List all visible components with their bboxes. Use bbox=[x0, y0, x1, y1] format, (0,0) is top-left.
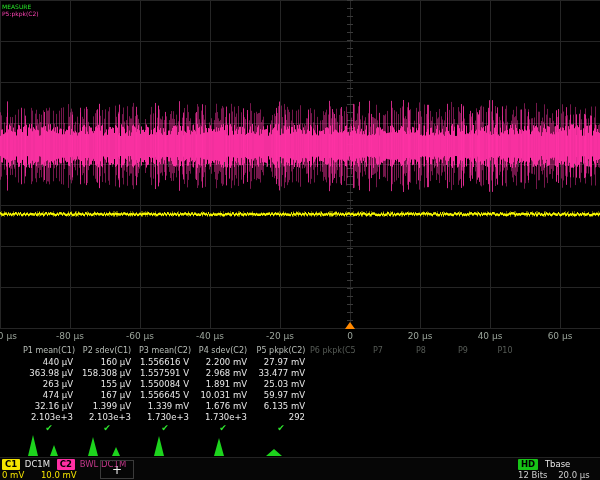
measure-value: 474 µV bbox=[20, 390, 78, 401]
measure-value: 1.339 mV bbox=[136, 401, 194, 412]
time-axis: -100 µs-80 µs-60 µs-40 µs-20 µs020 µs40 … bbox=[0, 330, 600, 344]
c1-coupling: DC1M bbox=[25, 459, 50, 469]
histicon-p5[interactable] bbox=[252, 431, 310, 456]
hd-mode-badge[interactable]: HD bbox=[518, 459, 538, 470]
measure-value: 33.477 mV bbox=[252, 368, 310, 379]
measure-header-10[interactable]: P10 bbox=[484, 345, 526, 357]
measure-row-1: 440 µV160 µV1.556616 V2.200 mV27.97 mV bbox=[0, 357, 600, 368]
measure-value bbox=[310, 357, 356, 368]
measure-value bbox=[356, 379, 400, 390]
measure-row-6: 2.103e+32.103e+31.730e+31.730e+3292 bbox=[0, 412, 600, 423]
c1-scale: 10.0 mV bbox=[41, 470, 77, 480]
measure-value: 155 µV bbox=[78, 379, 136, 390]
time-axis-tick: -60 µs bbox=[126, 331, 154, 341]
histicon-strip bbox=[20, 431, 310, 456]
measure-value: 440 µV bbox=[20, 357, 78, 368]
time-axis-tick: -80 µs bbox=[56, 331, 84, 341]
measure-value: 1.556645 V bbox=[136, 390, 194, 401]
measure-value: 2.103e+3 bbox=[78, 412, 136, 423]
overlay-line-1: MEASURE bbox=[2, 3, 39, 10]
measure-value: 1.676 mV bbox=[194, 401, 252, 412]
timebase-descriptor[interactable]: HD Tbase 12 Bits 20.0 µs bbox=[518, 459, 590, 480]
measure-value: 263 µV bbox=[20, 379, 78, 390]
measure-value bbox=[400, 390, 442, 401]
measure-header-3[interactable]: P3 mean(C2) bbox=[136, 345, 194, 357]
measure-header-5[interactable]: P5 pkpk(C2) bbox=[252, 345, 310, 357]
histicon-p2[interactable] bbox=[78, 431, 136, 456]
measure-value: 1.556616 V bbox=[136, 357, 194, 368]
measure-header-1[interactable]: P1 mean(C1) bbox=[20, 345, 78, 357]
channel-c2-badge[interactable]: C2 bbox=[57, 459, 75, 470]
plus-cursor-icon: + bbox=[112, 463, 122, 477]
measure-value bbox=[484, 357, 526, 368]
measure-row-label bbox=[0, 379, 20, 390]
waveform-grid-canvas[interactable] bbox=[0, 0, 600, 329]
measure-value bbox=[310, 379, 356, 390]
time-axis-tick: -20 µs bbox=[266, 331, 294, 341]
time-axis-tick: 60 µs bbox=[548, 331, 573, 341]
measure-value: 363.98 µV bbox=[20, 368, 78, 379]
measure-header-row: P1 mean(C1)P2 sdev(C1)P3 mean(C2)P4 sdev… bbox=[0, 345, 600, 357]
channel-c1-badge[interactable]: C1 bbox=[2, 459, 20, 470]
measure-value bbox=[310, 412, 356, 423]
histicon-p4[interactable] bbox=[194, 431, 252, 456]
time-axis-tick: 0 bbox=[347, 331, 353, 341]
measure-header-2[interactable]: P2 sdev(C1) bbox=[78, 345, 136, 357]
measure-row-4: 474 µV167 µV1.556645 V10.031 mV59.97 mV bbox=[0, 390, 600, 401]
measure-status-check bbox=[400, 423, 442, 434]
time-axis-tick: 20 µs bbox=[408, 331, 433, 341]
measure-value bbox=[484, 390, 526, 401]
measure-header-6[interactable]: P6 pkpk(C5) bbox=[310, 345, 356, 357]
measure-value: 1.730e+3 bbox=[136, 412, 194, 423]
measure-value: 1.399 µV bbox=[78, 401, 136, 412]
measure-value: 32.16 µV bbox=[20, 401, 78, 412]
measure-value: 6.135 mV bbox=[252, 401, 310, 412]
measure-header-9[interactable]: P9 bbox=[442, 345, 484, 357]
measure-value: 1.550084 V bbox=[136, 379, 194, 390]
measure-header-4[interactable]: P4 sdev(C2) bbox=[194, 345, 252, 357]
measure-value bbox=[400, 368, 442, 379]
measure-row-label bbox=[0, 412, 20, 423]
measure-value bbox=[356, 390, 400, 401]
measure-status-check bbox=[442, 423, 484, 434]
measure-row-label bbox=[0, 390, 20, 401]
measure-value: 2.200 mV bbox=[194, 357, 252, 368]
measure-value bbox=[484, 368, 526, 379]
cursor-marker-box[interactable]: + bbox=[100, 460, 134, 479]
measure-status-check bbox=[484, 423, 526, 434]
measure-header-7[interactable]: P7 bbox=[356, 345, 400, 357]
measure-value: 160 µV bbox=[78, 357, 136, 368]
measure-value: 59.97 mV bbox=[252, 390, 310, 401]
measure-header-8[interactable]: P8 bbox=[400, 345, 442, 357]
measure-row-5: 32.16 µV1.399 µV1.339 mV1.676 mV6.135 mV bbox=[0, 401, 600, 412]
measure-value bbox=[400, 412, 442, 423]
measure-value bbox=[310, 401, 356, 412]
measure-value bbox=[484, 401, 526, 412]
overlay-line-2: P5:pkpk(C2) bbox=[2, 10, 39, 17]
histicon-p1[interactable] bbox=[20, 431, 78, 456]
trigger-position-marker[interactable] bbox=[345, 322, 355, 329]
measure-value bbox=[484, 412, 526, 423]
measure-value: 25.03 mV bbox=[252, 379, 310, 390]
status-bar: C1 DC1M C2 BWL DC1M 0 mV 10.0 mV + HD Tb… bbox=[0, 457, 600, 480]
time-axis-tick: -40 µs bbox=[196, 331, 224, 341]
measure-value: 1.557591 V bbox=[136, 368, 194, 379]
measure-row-label bbox=[0, 368, 20, 379]
time-axis-tick: 40 µs bbox=[478, 331, 503, 341]
measure-value bbox=[442, 401, 484, 412]
measure-value: 1.730e+3 bbox=[194, 412, 252, 423]
measure-value: 2.968 mV bbox=[194, 368, 252, 379]
histicon-p3[interactable] bbox=[136, 431, 194, 456]
measure-value: 158.308 µV bbox=[78, 368, 136, 379]
measure-value bbox=[310, 390, 356, 401]
measure-row-2: 363.98 µV158.308 µV1.557591 V2.968 mV33.… bbox=[0, 368, 600, 379]
measure-value: 27.97 mV bbox=[252, 357, 310, 368]
c1-offset: 0 mV bbox=[2, 470, 24, 480]
measure-value: 167 µV bbox=[78, 390, 136, 401]
measure-status-check bbox=[356, 423, 400, 434]
measure-value bbox=[356, 412, 400, 423]
measurement-table: P1 mean(C1)P2 sdev(C1)P3 mean(C2)P4 sdev… bbox=[0, 345, 600, 434]
measure-row-label bbox=[0, 401, 20, 412]
measure-value bbox=[356, 401, 400, 412]
measure-value bbox=[310, 368, 356, 379]
